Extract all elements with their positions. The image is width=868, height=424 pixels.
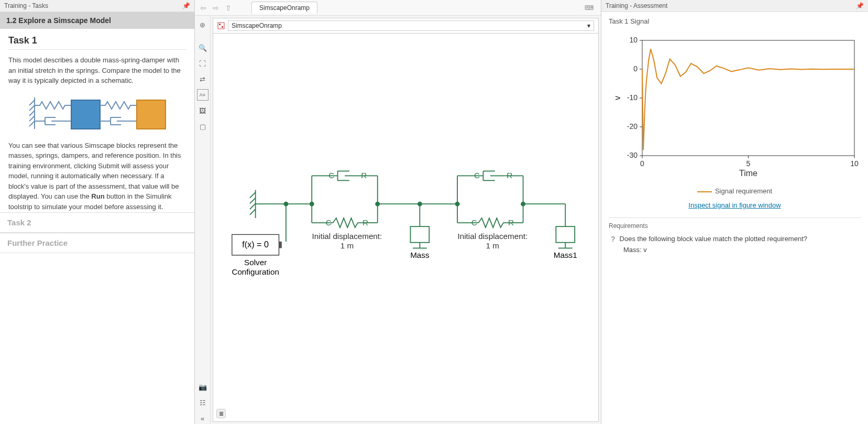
further-practice-section[interactable]: Further Practice	[0, 233, 194, 253]
tasks-panel-title: Training - Tasks	[4, 2, 48, 9]
svg-text:-10: -10	[627, 93, 638, 102]
center-body: ⊛ 🔍 ⛶ ⇄ A≡ 🖼 ▢ 📷 ☷ « SimscapeOnramp ▾	[195, 16, 601, 424]
zoom-in-button[interactable]: 🔍	[197, 42, 208, 53]
svg-text:C: C	[328, 171, 334, 180]
svg-rect-8	[71, 100, 100, 129]
data-inspector-icon[interactable]: ≣	[216, 409, 226, 418]
assessment-body: Task 1 Signal -30-20-100100510Timev Sign…	[601, 12, 868, 424]
svg-text:10: 10	[850, 159, 859, 168]
assessment-panel-title: Training - Assessment	[606, 2, 667, 9]
area-button[interactable]: ▢	[197, 121, 208, 132]
section-title: 1.2 Explore a Simscape Model	[0, 12, 194, 29]
chevron-down-icon: ▾	[587, 22, 590, 29]
center-toolbar: ⇦ ⇨ ⇧ SimscapeOnramp ⌨	[195, 0, 601, 16]
arrange-button[interactable]: ⇄	[197, 73, 208, 85]
svg-text:-20: -20	[627, 122, 638, 131]
pin-icon[interactable]: 📌	[182, 2, 190, 9]
collapse-button[interactable]: «	[197, 412, 208, 424]
svg-text:Solver: Solver	[244, 258, 267, 267]
breadcrumb-combo[interactable]: SimscapeOnramp ▾	[228, 20, 594, 31]
nav-back-button[interactable]: ⇦	[198, 3, 208, 13]
svg-line-17	[250, 198, 256, 204]
svg-rect-83	[642, 40, 854, 156]
svg-text:1 m: 1 m	[486, 241, 499, 250]
canvas-area: SimscapeOnramp ▾	[213, 18, 599, 422]
side-toolbar: ⊛ 🔍 ⛶ ⇄ A≡ 🖼 ▢ 📷 ☷ «	[195, 16, 211, 424]
svg-rect-12	[218, 23, 224, 29]
svg-text:10: 10	[629, 36, 638, 44]
svg-text:5: 5	[746, 159, 751, 168]
svg-rect-61	[556, 226, 575, 242]
svg-rect-13	[219, 24, 221, 25]
requirement-item: ? Does the following block value match t…	[609, 234, 861, 245]
breadcrumb-text: SimscapeOnramp	[232, 22, 282, 29]
svg-line-19	[250, 209, 256, 215]
svg-text:R: R	[508, 218, 514, 227]
svg-text:C: C	[326, 218, 332, 227]
legend-swatch	[697, 191, 712, 192]
svg-text:R: R	[362, 218, 368, 227]
svg-line-1	[29, 100, 35, 105]
simscape-diagram: f(x) = 0 Solver Configuration C R C R C …	[213, 34, 598, 421]
hide-browser-button[interactable]: ⊛	[197, 19, 208, 30]
properties-button[interactable]: ☷	[197, 397, 208, 408]
screenshot-button[interactable]: 📷	[197, 381, 208, 393]
svg-text:Time: Time	[739, 169, 757, 178]
signal-chart: -30-20-100100510Timev	[609, 29, 861, 184]
chart-legend: Signal requirement	[609, 187, 861, 195]
pin-icon[interactable]: 📌	[856, 2, 864, 9]
question-mark-icon: ?	[611, 234, 616, 245]
svg-line-2	[29, 105, 35, 111]
svg-text:Mass: Mass	[410, 251, 430, 259]
task-para-1: This model describes a double mass-sprin…	[8, 55, 186, 86]
task-heading: Task 1	[8, 35, 186, 50]
svg-text:0: 0	[640, 159, 644, 168]
requirements-section: Requirements ? Does the following block …	[609, 218, 861, 254]
svg-text:Initial displacement:: Initial displacement:	[312, 232, 382, 241]
breadcrumb-bar: SimscapeOnramp ▾	[213, 18, 598, 34]
svg-text:-30: -30	[627, 151, 638, 159]
nav-up-button[interactable]: ⇧	[223, 3, 234, 13]
requirement-question: Does the following block value match the…	[620, 234, 807, 245]
svg-text:R: R	[507, 171, 512, 180]
svg-rect-14	[222, 26, 223, 28]
svg-rect-65	[279, 242, 281, 248]
nav-forward-button[interactable]: ⇨	[211, 3, 221, 13]
requirement-detail: Mass: v	[609, 246, 861, 254]
svg-rect-41	[410, 226, 429, 242]
image-button[interactable]: 🖼	[197, 105, 208, 116]
task-para-2: You can see that various Simscape blocks…	[8, 140, 186, 212]
svg-line-5	[29, 121, 35, 126]
svg-line-4	[29, 116, 35, 121]
tab-strip: SimscapeOnramp	[251, 2, 317, 14]
model-tab[interactable]: SimscapeOnramp	[251, 2, 317, 14]
svg-text:Mass1: Mass1	[554, 251, 577, 259]
diagram-canvas[interactable]: f(x) = 0 Solver Configuration C R C R C …	[213, 34, 598, 421]
training-assessment-panel: Training - Assessment 📌 Task 1 Signal -3…	[601, 0, 868, 424]
svg-line-18	[250, 203, 256, 209]
svg-text:f(x) = 0: f(x) = 0	[242, 240, 269, 249]
svg-text:R: R	[361, 171, 367, 180]
task-content: Task 1 This model describes a double mas…	[0, 29, 194, 212]
assessment-panel-header: Training - Assessment 📌	[601, 0, 868, 12]
annotation-button[interactable]: A≡	[197, 89, 208, 101]
tasks-panel-header: Training - Tasks 📌	[0, 0, 194, 12]
svg-line-3	[29, 111, 35, 116]
keyboard-icon[interactable]: ⌨	[585, 4, 594, 12]
model-icon	[217, 22, 225, 29]
assessment-subtitle: Task 1 Signal	[609, 17, 861, 25]
task-2-section[interactable]: Task 2	[0, 212, 194, 233]
svg-text:v: v	[613, 96, 622, 100]
svg-text:Configuration: Configuration	[232, 267, 279, 276]
svg-text:1 m: 1 m	[340, 241, 354, 250]
model-canvas-panel: ⇦ ⇨ ⇧ SimscapeOnramp ⌨ ⊛ 🔍 ⛶ ⇄ A≡ 🖼 ▢ 📷 …	[195, 0, 601, 424]
requirements-title: Requirements	[609, 222, 861, 230]
fit-view-button[interactable]: ⛶	[197, 58, 208, 69]
inspect-signal-link[interactable]: Inspect signal in figure window	[609, 201, 861, 209]
svg-line-16	[250, 192, 256, 198]
training-tasks-panel: Training - Tasks 📌 1.2 Explore a Simscap…	[0, 0, 195, 424]
schematic-illustration	[19, 92, 176, 134]
svg-text:C: C	[474, 171, 480, 180]
svg-text:C: C	[471, 218, 477, 227]
svg-rect-11	[137, 100, 166, 129]
